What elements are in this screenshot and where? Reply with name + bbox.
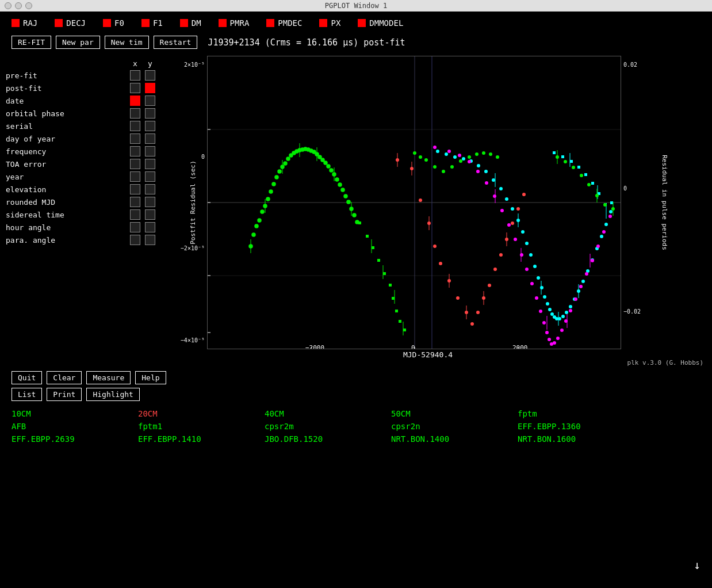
checkbox-pair-13 — [130, 235, 155, 245]
row-item-10: rounded MJD — [6, 197, 161, 207]
svg-point-160 — [542, 321, 546, 324]
left-panel: x y pre-fitpost-fitdateorbital phaseseri… — [6, 54, 161, 366]
svg-point-119 — [540, 286, 543, 289]
svg-point-111 — [505, 197, 508, 201]
checkbox-y-9[interactable] — [145, 184, 155, 194]
checkbox-x-2[interactable] — [130, 96, 140, 106]
minimize-btn[interactable] — [15, 2, 22, 9]
checkbox-x-6[interactable] — [130, 146, 140, 156]
checkbox-y-1[interactable] — [145, 83, 155, 93]
svg-rect-57 — [395, 310, 398, 312]
highlight-button[interactable]: Highlight — [86, 388, 139, 401]
svg-point-195 — [580, 174, 583, 177]
svg-point-80 — [511, 222, 514, 225]
param-dot-f1 — [141, 19, 150, 27]
close-btn[interactable] — [5, 2, 12, 9]
checkbox-x-9[interactable] — [130, 184, 140, 194]
newtim-button[interactable]: New tim — [105, 36, 149, 49]
maximize-btn[interactable] — [25, 2, 32, 9]
checkbox-y-7[interactable] — [145, 159, 155, 169]
svg-point-101 — [496, 155, 499, 159]
svg-point-41 — [353, 213, 356, 217]
param-dot-decj — [55, 19, 63, 27]
restart-button[interactable]: Restart — [154, 36, 198, 49]
checkbox-x-4[interactable] — [130, 121, 140, 131]
checkbox-pair-8 — [130, 171, 155, 182]
svg-point-82 — [522, 193, 526, 196]
param-item-decj[interactable]: DECJ — [55, 18, 86, 28]
checkbox-y-4[interactable] — [145, 121, 155, 131]
svg-point-74 — [476, 311, 480, 314]
checkbox-y-0[interactable] — [145, 70, 155, 81]
svg-rect-58 — [399, 320, 401, 323]
checkbox-y-10[interactable] — [145, 197, 155, 207]
svg-point-103 — [445, 152, 448, 156]
param-item-f0[interactable]: F0 — [103, 18, 124, 28]
plot-area: Postfit Residual (sec) 2×10⁻⁵ 0 −2×10⁻⁵ … — [161, 54, 706, 366]
row-item-12: hour angle — [6, 222, 161, 232]
plot-title: J1939+2134 (Crms = 16.166 µs) post-fit — [208, 37, 405, 48]
param-item-dm[interactable]: DM — [180, 18, 201, 28]
checkbox-x-12[interactable] — [130, 222, 140, 232]
svg-point-18 — [286, 157, 290, 161]
svg-point-173 — [596, 245, 600, 248]
param-item-px[interactable]: PX — [319, 18, 340, 28]
svg-point-109 — [492, 178, 495, 182]
svg-point-6 — [252, 233, 255, 236]
checkbox-y-13[interactable] — [145, 235, 155, 245]
svg-point-138 — [609, 210, 613, 213]
checkbox-x-10[interactable] — [130, 197, 140, 207]
param-item-f1[interactable]: F1 — [141, 18, 163, 28]
row-label-4: serial — [6, 122, 130, 131]
checkbox-x-7[interactable] — [130, 159, 140, 169]
checkbox-pair-10 — [130, 197, 155, 207]
checkbox-y-11[interactable] — [145, 209, 155, 220]
svg-point-17 — [284, 162, 287, 165]
checkbox-y-2[interactable] — [145, 96, 155, 106]
svg-point-122 — [548, 308, 552, 311]
clear-button[interactable]: Clear — [47, 371, 82, 384]
legend-item-cpsr2m: cpsr2m — [265, 422, 368, 431]
checkbox-x-3[interactable] — [130, 108, 140, 119]
checkbox-y-6[interactable] — [145, 146, 155, 156]
svg-point-66 — [419, 198, 422, 202]
checkbox-y-8[interactable] — [145, 171, 155, 182]
svg-point-193 — [564, 160, 567, 163]
svg-point-132 — [581, 280, 585, 283]
checkbox-x-11[interactable] — [130, 209, 140, 220]
svg-point-36 — [338, 183, 342, 186]
y-axis-right-label: Residual in pulse periods — [661, 151, 668, 254]
checkbox-y-3[interactable] — [145, 108, 155, 119]
svg-point-12 — [269, 190, 273, 193]
bottom-toolbar-1: Quit Clear Measure Help — [0, 366, 712, 387]
svg-rect-181 — [553, 151, 556, 154]
svg-point-14 — [275, 175, 278, 179]
param-item-pmdec[interactable]: PMDEC — [266, 18, 302, 28]
svg-rect-50 — [358, 222, 361, 224]
param-item-dmmodel[interactable]: DMMODEL — [358, 18, 403, 28]
print-button[interactable]: Print — [47, 388, 82, 401]
checkbox-y-5[interactable] — [145, 133, 155, 144]
help-button[interactable]: Help — [135, 371, 166, 384]
quit-button[interactable]: Quit — [12, 371, 42, 384]
checkbox-x-5[interactable] — [130, 133, 140, 144]
svg-point-155 — [520, 253, 523, 257]
checkbox-x-13[interactable] — [130, 235, 140, 245]
param-item-raj[interactable]: RAJ — [12, 18, 37, 28]
param-label-dm: DM — [192, 18, 201, 28]
checkbox-x-0[interactable] — [130, 70, 140, 81]
refit-button[interactable]: RE-FIT — [12, 36, 51, 49]
svg-point-37 — [341, 188, 344, 192]
param-item-pmra[interactable]: PMRA — [219, 18, 250, 28]
row-item-3: orbital phase — [6, 108, 161, 119]
checkbox-x-1[interactable] — [130, 83, 140, 93]
measure-button[interactable]: Measure — [86, 371, 131, 384]
checkbox-y-12[interactable] — [145, 222, 155, 232]
svg-point-158 — [535, 296, 538, 300]
plk-version: plk v.3.0 (G. Hobbs) — [167, 359, 703, 366]
row-item-5: day of year — [6, 133, 161, 144]
checkbox-x-8[interactable] — [130, 171, 140, 182]
svg-point-166 — [560, 329, 564, 332]
list-button[interactable]: List — [12, 388, 42, 401]
newpar-button[interactable]: New par — [56, 36, 100, 49]
